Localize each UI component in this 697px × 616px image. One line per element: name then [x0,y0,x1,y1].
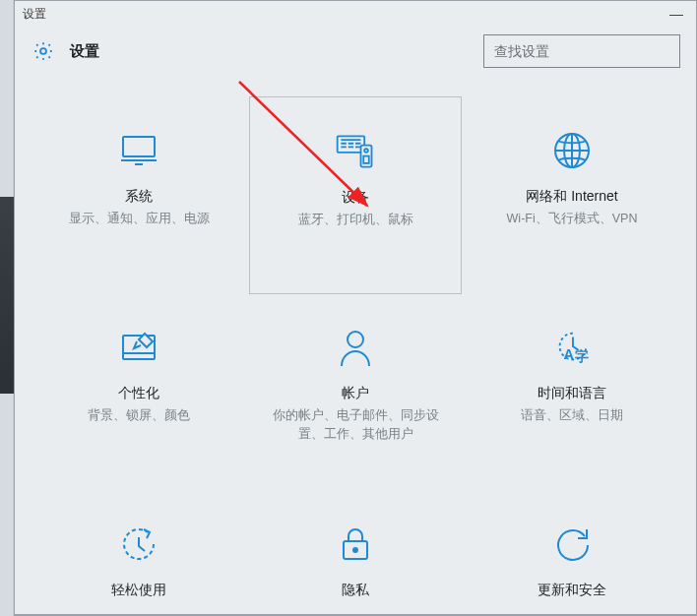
tile-devices[interactable]: 设备 蓝牙、打印机、鼠标 [249,96,462,294]
tile-network[interactable]: 网络和 Internet Wi-Fi、飞行模式、VPN [464,97,680,294]
sync-icon [550,523,594,566]
tile-label: 帐户 [342,385,369,402]
tile-update-security[interactable]: 更新和安全 [464,491,680,616]
minimize-button[interactable]: — [657,1,696,27]
tile-ease-of-access[interactable]: 轻松使用 [31,491,247,616]
search-input[interactable] [483,34,680,68]
paint-icon [117,326,160,369]
tile-label: 时间和语言 [538,385,606,402]
globe-icon [550,129,594,172]
tile-accounts[interactable]: 帐户 你的帐户、电子邮件、同步设置、工作、其他用户 [247,294,464,491]
tile-desc: 你的帐户、电子邮件、同步设置、工作、其他用户 [247,406,464,444]
tile-label: 个性化 [118,385,159,402]
tile-desc: Wi-Fi、飞行模式、VPN [487,210,658,228]
tile-label: 网络和 Internet [526,188,617,206]
tile-desc: 背景、锁屏、颜色 [68,406,210,425]
titlebar: 设置 — [15,1,696,27]
ease-icon [117,523,160,566]
tile-grid: 系统 显示、通知、应用、电源 设备 蓝牙、打印机、鼠标 [15,76,696,616]
svg-point-13 [353,548,357,552]
svg-point-9 [348,332,363,347]
tile-system[interactable]: 系统 显示、通知、应用、电源 [31,97,247,294]
svg-text:A: A [563,346,573,362]
svg-rect-1 [123,137,155,156]
tile-label: 系统 [125,188,153,206]
svg-text:字: 字 [575,348,589,364]
outer-dark-strip [0,197,14,394]
svg-point-0 [40,48,46,54]
gear-icon [31,38,56,64]
tile-label: 轻松使用 [111,582,166,599]
tile-label: 隐私 [342,582,369,599]
tile-label: 设备 [342,189,369,207]
devices-icon [334,130,377,173]
time-lang-icon: A 字 [550,326,594,369]
tile-privacy[interactable]: 隐私 [247,491,464,616]
tile-desc: 蓝牙、打印机、鼠标 [279,211,433,229]
lock-icon [334,523,377,566]
tile-personalization[interactable]: 个性化 背景、锁屏、颜色 [31,294,247,491]
header: 设置 [15,27,696,76]
tile-desc: 显示、通知、应用、电源 [49,210,229,228]
settings-window: 设置 — 设置 系统 显示、通知、应用、电源 [14,0,697,616]
person-icon [334,326,377,369]
display-icon [117,129,160,172]
tile-desc: 语音、区域、日期 [501,406,643,425]
window-title: 设置 [23,6,46,23]
tile-label: 更新和安全 [538,582,606,599]
page-title: 设置 [70,42,99,61]
tile-time-language[interactable]: A 字 时间和语言 语音、区域、日期 [464,294,680,491]
